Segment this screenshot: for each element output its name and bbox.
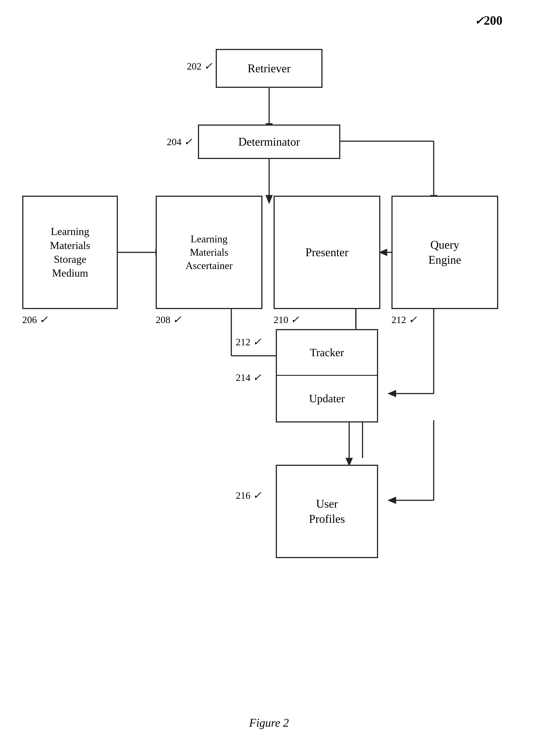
svg-marker-3 — [266, 195, 272, 203]
figure-caption: Figure 2 — [249, 716, 289, 729]
tracker-label: 212 ✓ — [236, 336, 262, 348]
retriever-box: Retriever — [216, 49, 322, 88]
svg-marker-22 — [388, 390, 396, 397]
presenter-box: Presenter — [274, 196, 380, 309]
tracker-updater-box: Tracker Updater — [276, 329, 378, 423]
user-profiles-label: 216 ✓ — [236, 489, 262, 501]
retriever-label: 202 ✓ — [187, 60, 213, 72]
lmsm-box: Learning Materials Storage Medium — [22, 196, 118, 309]
lmsm-label: 206 ✓ — [22, 314, 48, 326]
query-engine-label: 212 ✓ — [392, 314, 417, 326]
updater-label: 214 ✓ — [236, 371, 262, 383]
diagram-ref: ✓200 — [474, 13, 503, 27]
lma-box: Learning Materials Ascertainer — [156, 196, 262, 309]
svg-marker-10 — [379, 249, 387, 256]
lma-label: 208 ✓ — [156, 314, 182, 326]
query-engine-box: Query Engine — [392, 196, 498, 309]
determinator-box: Determinator — [198, 125, 340, 159]
presenter-label: 210 ✓ — [274, 314, 299, 326]
updater-section: Updater — [277, 376, 377, 421]
user-profiles-box: User Profiles — [276, 465, 378, 558]
tracker-section: Tracker — [277, 330, 377, 376]
svg-marker-29 — [388, 497, 396, 504]
determinator-label: 204 ✓ — [167, 136, 192, 148]
